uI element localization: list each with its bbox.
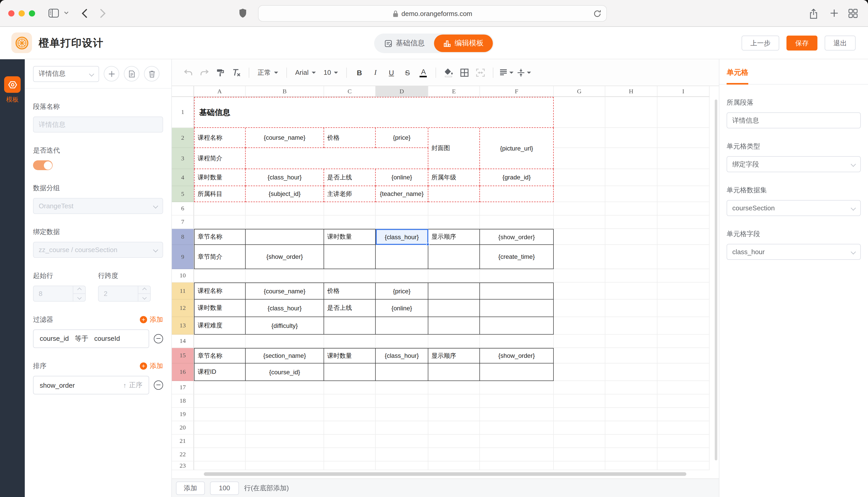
cell-G9[interactable] xyxy=(554,245,605,269)
cell-A13[interactable]: 课程难度 xyxy=(194,317,246,335)
bind-data-select[interactable]: zz_course / courseSection xyxy=(33,242,163,258)
share-icon[interactable] xyxy=(809,9,818,19)
bold-button[interactable]: B xyxy=(353,66,366,79)
cell-D22[interactable] xyxy=(376,448,428,462)
horizontal-align-button[interactable] xyxy=(500,66,514,79)
cell-C12[interactable]: 是否上线 xyxy=(324,300,376,317)
cell-D7[interactable] xyxy=(376,215,428,229)
cell-E9[interactable] xyxy=(428,245,480,269)
cell-C2[interactable]: 价格 xyxy=(324,128,376,148)
cell-A6[interactable] xyxy=(194,202,246,215)
add-rows-button[interactable]: 添加 xyxy=(176,481,205,495)
cell-G21[interactable] xyxy=(554,435,605,448)
cell-A19[interactable] xyxy=(194,408,246,421)
close-window-button[interactable] xyxy=(8,10,14,16)
cell-H1[interactable] xyxy=(605,97,658,128)
cell-I14[interactable] xyxy=(658,335,709,348)
cell-A10[interactable] xyxy=(194,269,246,283)
add-section-button[interactable] xyxy=(104,66,119,82)
row-header-12[interactable]: 12 xyxy=(172,300,194,317)
cell-A3[interactable]: 课程简介 xyxy=(194,148,246,169)
cell-A21[interactable] xyxy=(194,435,246,448)
row-header-14[interactable]: 14 xyxy=(172,335,194,348)
cell-H23[interactable] xyxy=(605,462,658,470)
cell-G11[interactable] xyxy=(554,283,605,300)
cell-H22[interactable] xyxy=(605,448,658,462)
cell-F22[interactable] xyxy=(480,448,554,462)
sidebar-toggle-icon[interactable] xyxy=(49,9,59,17)
cell-H14[interactable] xyxy=(605,335,658,348)
cell-F19[interactable] xyxy=(480,408,554,421)
column-header-I[interactable]: I xyxy=(658,86,709,97)
cell-C16[interactable] xyxy=(324,364,376,381)
cell-C21[interactable] xyxy=(324,435,376,448)
column-header-A[interactable]: A xyxy=(194,86,246,97)
rail-item-template[interactable]: 模板 xyxy=(6,95,18,104)
step-down-icon[interactable] xyxy=(138,293,150,301)
delete-section-button[interactable] xyxy=(144,66,160,82)
cell-H11[interactable] xyxy=(605,283,658,300)
cell-G5[interactable] xyxy=(554,186,605,202)
cell-B18[interactable] xyxy=(246,394,324,408)
cell-G22[interactable] xyxy=(554,448,605,462)
cell-B5[interactable]: {subject_id} xyxy=(246,186,324,202)
cell-F10[interactable] xyxy=(480,269,554,283)
cell-B13[interactable]: {difficulty} xyxy=(246,317,324,335)
exit-button[interactable]: 退出 xyxy=(825,36,856,51)
row-header-20[interactable]: 20 xyxy=(172,421,194,435)
duplicate-section-button[interactable] xyxy=(124,66,139,82)
cell-E10[interactable] xyxy=(428,269,480,283)
cell-B2[interactable]: {course_name} xyxy=(246,128,324,148)
cell-H20[interactable] xyxy=(605,421,658,435)
data-group-select[interactable]: OrangeTest xyxy=(33,198,163,214)
cell-I9[interactable] xyxy=(658,245,709,269)
cell-C14[interactable] xyxy=(324,335,376,348)
cell-A17[interactable] xyxy=(194,381,246,394)
column-header-B[interactable]: B xyxy=(246,86,324,97)
cell-D2[interactable]: {price} xyxy=(376,128,428,148)
cell-E18[interactable] xyxy=(428,394,480,408)
cell-A5[interactable]: 所属科目 xyxy=(194,186,246,202)
minimize-window-button[interactable] xyxy=(18,10,25,16)
cell-F18[interactable] xyxy=(480,394,554,408)
cell-B10[interactable] xyxy=(246,269,324,283)
cell-I18[interactable] xyxy=(658,394,709,408)
cell-A1[interactable]: 基础信息 xyxy=(194,97,554,128)
cell-B14[interactable] xyxy=(246,335,324,348)
vertical-scrollbar[interactable] xyxy=(715,100,717,460)
cell-A16[interactable]: 课程ID xyxy=(194,364,246,381)
cell-H3[interactable] xyxy=(605,148,658,169)
cell-B17[interactable] xyxy=(246,381,324,394)
cell-H2[interactable] xyxy=(605,128,658,148)
cell-G17[interactable] xyxy=(554,381,605,394)
row-header-19[interactable]: 19 xyxy=(172,408,194,421)
clear-format-button[interactable] xyxy=(230,66,243,79)
cell-C15[interactable]: 课时数量 xyxy=(324,348,376,364)
cell-B22[interactable] xyxy=(246,448,324,462)
undo-button[interactable] xyxy=(182,66,195,79)
tab-overview-icon[interactable] xyxy=(849,9,858,18)
cell-I1[interactable] xyxy=(658,97,709,128)
cell-H15[interactable] xyxy=(605,348,658,364)
back-icon[interactable] xyxy=(82,9,87,18)
cell-F23[interactable] xyxy=(480,462,554,470)
column-header-F[interactable]: F xyxy=(480,86,554,97)
cell-B8[interactable] xyxy=(246,229,324,245)
cell-E16[interactable] xyxy=(428,364,480,381)
start-row-stepper[interactable] xyxy=(33,286,86,302)
cell-F16[interactable] xyxy=(480,364,554,381)
cell-G4[interactable] xyxy=(554,169,605,186)
cell-D23[interactable] xyxy=(376,462,428,470)
template-rail-icon[interactable] xyxy=(4,76,20,93)
paragraph-name-field[interactable] xyxy=(33,116,163,132)
cell-F12[interactable] xyxy=(480,300,554,317)
cell-I4[interactable] xyxy=(658,169,709,186)
cell-I12[interactable] xyxy=(658,300,709,317)
cell-H10[interactable] xyxy=(605,269,658,283)
cell-C4[interactable]: 是否上线 xyxy=(324,169,376,186)
cell-A2[interactable]: 课程名称 xyxy=(194,128,246,148)
reload-icon[interactable] xyxy=(593,9,602,18)
cell-E13[interactable] xyxy=(428,317,480,335)
cell-E2[interactable]: 封面图 xyxy=(428,128,480,169)
cell-I2[interactable] xyxy=(658,128,709,148)
